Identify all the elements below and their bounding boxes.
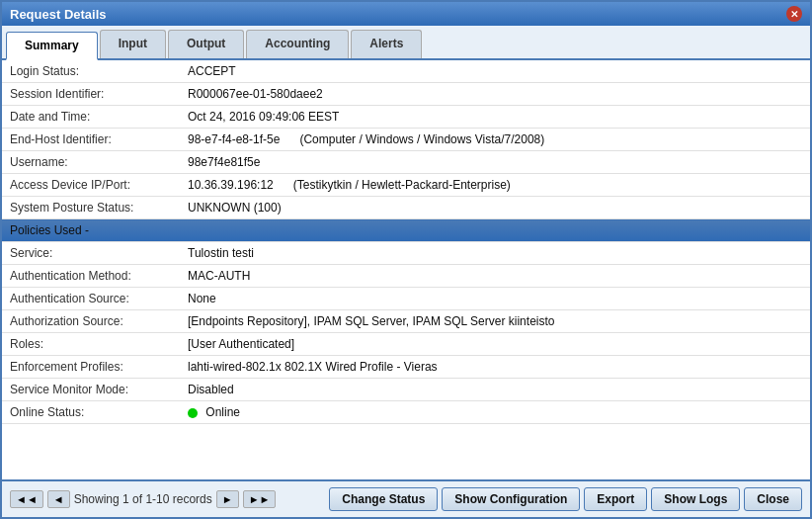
window-title: Request Details bbox=[10, 7, 107, 22]
field-label: Enforcement Profiles: bbox=[2, 356, 180, 379]
pagination-nav: ◄◄ ◄ Showing 1 of 1-10 records ► ►► bbox=[10, 490, 276, 508]
field-value: [Endpoints Repository], IPAM SQL Server,… bbox=[180, 310, 810, 333]
field-label: Access Device IP/Port: bbox=[2, 174, 180, 197]
field-value: R000067ee-01-580daee2 bbox=[180, 83, 810, 106]
pagination-text: Showing 1 of 1-10 records bbox=[74, 492, 212, 506]
table-row: Authentication Method: MAC-AUTH bbox=[2, 265, 810, 288]
table-row: Login Status: ACCEPT bbox=[2, 60, 810, 83]
tabs-bar: Summary Input Output Accounting Alerts bbox=[2, 26, 810, 60]
section-header: Policies Used - bbox=[2, 219, 810, 242]
table-row: Roles: [User Authenticated] bbox=[2, 333, 810, 356]
field-value: None bbox=[180, 288, 810, 310]
table-row: End-Host Identifier: 98-e7-f4-e8-1f-5e (… bbox=[2, 129, 810, 151]
tab-input[interactable]: Input bbox=[100, 30, 166, 58]
table-row: Authentication Source: None bbox=[2, 288, 810, 310]
field-label: Date and Time: bbox=[2, 106, 180, 129]
first-page-button[interactable]: ◄◄ bbox=[10, 490, 43, 508]
table-row: Authorization Source: [Endpoints Reposit… bbox=[2, 310, 810, 333]
field-label: Online Status: bbox=[2, 401, 180, 424]
request-details-window: Request Details ✕ Summary Input Output A… bbox=[0, 0, 812, 519]
field-label: End-Host Identifier: bbox=[2, 129, 180, 151]
change-status-button[interactable]: Change Status bbox=[329, 487, 438, 511]
field-value: MAC-AUTH bbox=[180, 265, 810, 288]
content-area: Login Status: ACCEPT Session Identifier:… bbox=[2, 60, 810, 479]
footer: ◄◄ ◄ Showing 1 of 1-10 records ► ►► Chan… bbox=[2, 479, 810, 517]
action-buttons: Change Status Show Configuration Export … bbox=[329, 487, 802, 511]
field-value: lahti-wired-802.1x 802.1X Wired Profile … bbox=[180, 356, 810, 379]
field-label: Session Identifier: bbox=[2, 83, 180, 106]
field-label: Authorization Source: bbox=[2, 310, 180, 333]
field-value: UNKNOWN (100) bbox=[180, 197, 810, 219]
field-label: System Posture Status: bbox=[2, 197, 180, 219]
close-icon[interactable]: ✕ bbox=[786, 6, 802, 22]
table-row: Date and Time: Oct 24, 2016 09:49:06 EES… bbox=[2, 106, 810, 129]
last-page-button[interactable]: ►► bbox=[243, 490, 277, 508]
field-label: Roles: bbox=[2, 333, 180, 356]
field-value: Tulostin testi bbox=[180, 242, 810, 265]
field-label: Authentication Source: bbox=[2, 288, 180, 310]
tab-accounting[interactable]: Accounting bbox=[246, 30, 349, 58]
summary-table: Login Status: ACCEPT Session Identifier:… bbox=[2, 60, 810, 424]
field-value: 10.36.39.196:12 (Testikytkin / Hewlett-P… bbox=[180, 174, 810, 197]
next-page-button[interactable]: ► bbox=[216, 490, 239, 508]
table-row: System Posture Status: UNKNOWN (100) bbox=[2, 197, 810, 219]
field-label: Username: bbox=[2, 151, 180, 174]
field-label: Service Monitor Mode: bbox=[2, 379, 180, 401]
field-value: 98-e7-f4-e8-1f-5e (Computer / Windows / … bbox=[180, 129, 810, 151]
field-value: 98e7f4e81f5e bbox=[180, 151, 810, 174]
section-header-row: Policies Used - bbox=[2, 219, 810, 242]
table-row: Service Monitor Mode: Disabled bbox=[2, 379, 810, 401]
prev-page-button[interactable]: ◄ bbox=[47, 490, 70, 508]
field-label: Login Status: bbox=[2, 60, 180, 83]
field-value: Oct 24, 2016 09:49:06 EEST bbox=[180, 106, 810, 129]
table-row: Enforcement Profiles: lahti-wired-802.1x… bbox=[2, 356, 810, 379]
table-row: Username: 98e7f4e81f5e bbox=[2, 151, 810, 174]
online-status-text: Online bbox=[205, 405, 240, 419]
online-status-dot bbox=[188, 408, 198, 418]
field-value: ACCEPT bbox=[180, 60, 810, 83]
title-bar: Request Details ✕ bbox=[2, 2, 810, 26]
field-label: Service: bbox=[2, 242, 180, 265]
tab-output[interactable]: Output bbox=[168, 30, 244, 58]
tab-alerts[interactable]: Alerts bbox=[351, 30, 422, 58]
field-value: Disabled bbox=[180, 379, 810, 401]
close-button[interactable]: Close bbox=[744, 487, 802, 511]
export-button[interactable]: Export bbox=[584, 487, 647, 511]
show-logs-button[interactable]: Show Logs bbox=[651, 487, 740, 511]
field-value: [User Authenticated] bbox=[180, 333, 810, 356]
table-row: Online Status: Online bbox=[2, 401, 810, 424]
table-row: Session Identifier: R000067ee-01-580daee… bbox=[2, 83, 810, 106]
field-label: Authentication Method: bbox=[2, 265, 180, 288]
table-row: Access Device IP/Port: 10.36.39.196:12 (… bbox=[2, 174, 810, 197]
field-value: Online bbox=[180, 401, 810, 424]
show-configuration-button[interactable]: Show Configuration bbox=[442, 487, 580, 511]
table-row: Service: Tulostin testi bbox=[2, 242, 810, 265]
tab-summary[interactable]: Summary bbox=[6, 32, 98, 60]
